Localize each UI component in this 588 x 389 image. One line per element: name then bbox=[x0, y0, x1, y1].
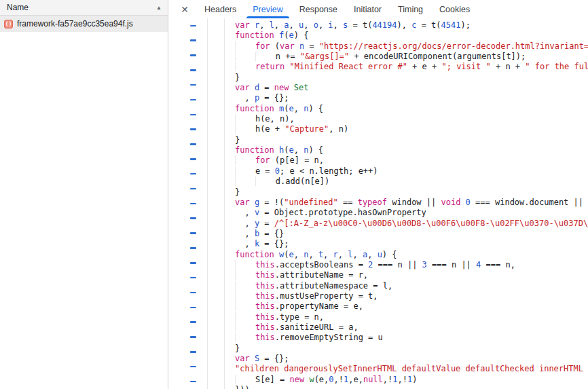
code-token: "Minified React error #" bbox=[289, 62, 407, 71]
tab-initiator[interactable]: Initiator bbox=[348, 0, 388, 18]
fold-marker-icon[interactable] bbox=[190, 307, 196, 309]
fold-gutter-row bbox=[169, 336, 207, 346]
code-token: == bbox=[338, 198, 358, 207]
code-token: void bbox=[441, 198, 465, 207]
code-token: .attributeNamespace = l, bbox=[275, 281, 392, 291]
fold-marker-icon[interactable] bbox=[190, 25, 196, 27]
code-token: o bbox=[314, 20, 318, 30]
code-token: , bbox=[308, 250, 318, 259]
code-token: , bbox=[352, 250, 362, 259]
code-line: function m(e, n) { bbox=[235, 104, 588, 114]
code-line: this.attributeNamespace = l, bbox=[235, 281, 588, 291]
code-token: = bbox=[259, 83, 274, 92]
fold-marker-icon[interactable] bbox=[190, 217, 196, 219]
fold-marker-icon[interactable] bbox=[190, 143, 196, 145]
close-icon[interactable]: ✕ bbox=[177, 4, 192, 15]
code-token: (p[e] = n, bbox=[275, 155, 324, 165]
code-token: } bbox=[235, 135, 240, 145]
fold-marker-icon[interactable] bbox=[190, 69, 196, 71]
code-token: var bbox=[235, 198, 255, 207]
code-token: (e, bbox=[314, 375, 329, 384]
code-token: function bbox=[235, 104, 279, 113]
code-token: function bbox=[235, 250, 279, 259]
fold-marker-icon[interactable] bbox=[190, 232, 196, 234]
code-token: ( bbox=[284, 104, 289, 113]
code-token: + n + bbox=[491, 62, 526, 71]
code-token: .removeEmptyString = u bbox=[275, 333, 383, 342]
code-token: this bbox=[255, 333, 275, 342]
code-token: ) { bbox=[308, 104, 323, 113]
code-token: , bbox=[338, 250, 348, 259]
request-row[interactable]: () framework-fa57ae9cc35ea94f.js bbox=[0, 16, 168, 32]
code-token: h(e, n), bbox=[255, 114, 295, 124]
fold-marker-icon[interactable] bbox=[190, 292, 196, 294]
code-token: , bbox=[294, 250, 304, 259]
code-token: this bbox=[255, 281, 275, 291]
line-number-gutter bbox=[208, 18, 225, 389]
code-token: var bbox=[280, 41, 299, 51]
fold-marker-icon[interactable] bbox=[190, 39, 196, 41]
fold-gutter-row bbox=[169, 99, 207, 109]
code-token: , bbox=[367, 250, 377, 259]
indent-guide bbox=[255, 52, 276, 61]
indent-guide bbox=[235, 114, 255, 124]
indent-guide bbox=[235, 166, 255, 176]
name-column-header[interactable]: Name ▲ bbox=[0, 0, 168, 16]
code-token: this bbox=[255, 270, 275, 280]
fold-marker-icon[interactable] bbox=[190, 54, 196, 56]
code-token: 1 bbox=[392, 375, 397, 384]
code-token: "Capture" bbox=[284, 124, 329, 134]
fold-marker-icon[interactable] bbox=[190, 114, 196, 116]
fold-gutter-row bbox=[169, 247, 207, 257]
request-list-sidebar: Name ▲ () framework-fa57ae9cc35ea94f.js bbox=[0, 0, 168, 389]
code-token: "undefined" bbox=[284, 198, 337, 207]
name-column-label: Name bbox=[7, 3, 29, 12]
sort-ascending-icon: ▲ bbox=[156, 5, 162, 11]
code-token: .propertyName = e, bbox=[275, 301, 363, 311]
fold-marker-icon[interactable] bbox=[190, 321, 196, 323]
indent-guide bbox=[235, 41, 255, 51]
fold-marker-icon[interactable] bbox=[190, 336, 196, 338]
code-line: this.mustUseProperty = t, bbox=[235, 291, 588, 301]
tab-preview[interactable]: Preview bbox=[246, 0, 289, 18]
fold-marker-icon[interactable] bbox=[190, 247, 196, 249]
code-token: for bbox=[255, 155, 275, 165]
code-token: 4541 bbox=[441, 20, 461, 30]
code-token: = bbox=[259, 219, 274, 228]
tab-response[interactable]: Response bbox=[293, 0, 344, 18]
code-token: null bbox=[363, 375, 383, 384]
code-token: ( bbox=[284, 31, 289, 40]
tab-timing[interactable]: Timing bbox=[392, 0, 429, 18]
code-lines: var r, l, a, u, o, i, s = t(44194), c = … bbox=[225, 18, 588, 389]
code-token: this bbox=[255, 312, 275, 322]
code-line: function h(e, n) { bbox=[235, 145, 588, 155]
fold-marker-icon[interactable] bbox=[190, 173, 196, 175]
fold-marker-icon[interactable] bbox=[190, 158, 196, 160]
code-token: /^[:A-Z_a-z\u00C0-\u00D6\u00D8-\u00F6\u0… bbox=[274, 219, 588, 228]
fold-marker-icon[interactable] bbox=[190, 203, 196, 205]
code-token: " for the full message or use the non-mi… bbox=[525, 62, 588, 71]
fold-marker-icon[interactable] bbox=[190, 381, 196, 383]
fold-marker-icon[interactable] bbox=[190, 188, 196, 190]
fold-gutter-row bbox=[169, 39, 207, 50]
code-line: this.propertyName = e, bbox=[235, 301, 588, 312]
code-token: return bbox=[255, 62, 290, 71]
code-token: "; visit " bbox=[441, 62, 490, 71]
fold-marker-icon[interactable] bbox=[190, 99, 196, 101]
fold-marker-icon[interactable] bbox=[190, 84, 196, 86]
fold-marker-icon[interactable] bbox=[190, 262, 196, 264]
fold-marker-icon[interactable] bbox=[190, 366, 196, 368]
fold-marker-icon[interactable] bbox=[190, 128, 196, 130]
code-token: u bbox=[378, 250, 382, 259]
tab-headers[interactable]: Headers bbox=[198, 0, 242, 18]
code-token: = t( bbox=[416, 20, 441, 30]
fold-marker-icon[interactable] bbox=[190, 277, 196, 279]
code-token: ,! bbox=[383, 375, 392, 384]
code-token: ); bbox=[460, 20, 470, 30]
code-line: var d = new Set bbox=[235, 83, 588, 93]
fold-gutter-row bbox=[169, 277, 207, 287]
code-token: , bbox=[294, 104, 304, 113]
fold-marker-icon[interactable] bbox=[190, 351, 196, 353]
fold-gutter-row bbox=[169, 351, 207, 361]
tab-cookies[interactable]: Cookies bbox=[433, 0, 476, 18]
